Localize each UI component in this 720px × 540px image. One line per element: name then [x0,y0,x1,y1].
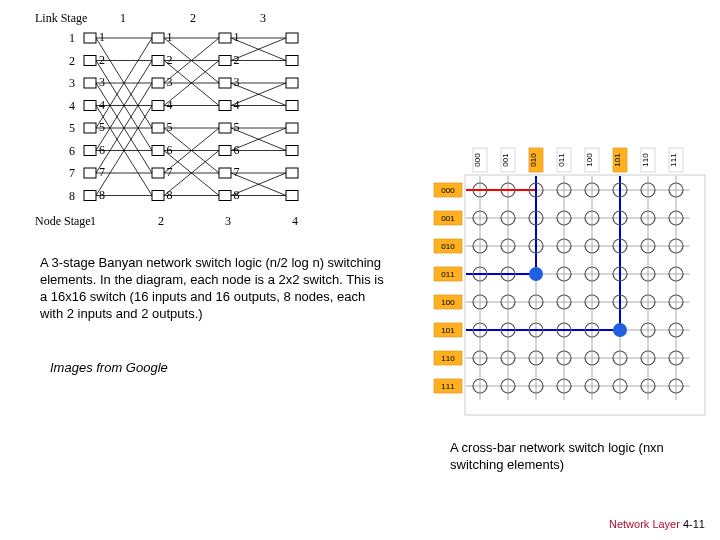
svg-text:4: 4 [69,99,75,113]
svg-rect-27 [219,101,231,111]
svg-rect-34 [286,78,298,88]
svg-text:2: 2 [99,53,105,67]
svg-rect-18 [152,78,164,88]
row-label: 110 [441,354,455,363]
svg-text:2: 2 [69,54,75,68]
svg-rect-20 [152,123,164,133]
svg-text:8: 8 [69,189,75,203]
node-stage-2: 2 [158,214,164,228]
row-label: 111 [441,382,455,391]
svg-rect-23 [152,191,164,201]
svg-rect-25 [219,56,231,66]
crossbar-caption: A cross-bar network switch logic (nxn sw… [450,440,710,474]
svg-rect-26 [219,78,231,88]
svg-rect-11 [84,101,96,111]
svg-rect-10 [84,78,96,88]
svg-text:5: 5 [234,120,240,134]
svg-rect-39 [286,191,298,201]
banyan-caption: A 3-stage Banyan network switch logic (n… [40,255,390,323]
svg-text:7: 7 [234,165,240,179]
svg-rect-15 [84,191,96,201]
svg-rect-33 [286,56,298,66]
svg-text:3: 3 [99,75,105,89]
svg-rect-35 [286,101,298,111]
svg-rect-12 [84,123,96,133]
svg-rect-28 [219,123,231,133]
svg-rect-8 [84,33,96,43]
node-stage-1: 1 [90,214,96,228]
col-header: 110 [641,153,650,167]
svg-text:4: 4 [99,98,105,112]
svg-rect-32 [286,33,298,43]
svg-text:1: 1 [69,31,75,45]
svg-rect-37 [286,146,298,156]
svg-rect-14 [84,168,96,178]
col-header: 100 [585,153,594,167]
svg-text:1: 1 [167,30,173,44]
row-label: 101 [441,326,455,335]
col-header: 111 [669,153,678,167]
row-label: 001 [441,214,455,223]
svg-rect-17 [152,56,164,66]
svg-rect-36 [286,123,298,133]
banyan-diagram: Link Stage 1 2 3 12345678123456781234567… [30,10,320,230]
svg-text:3: 3 [234,75,240,89]
link-stage-1: 1 [120,11,126,25]
svg-rect-112 [465,175,705,415]
svg-point-133 [529,267,543,281]
svg-rect-21 [152,146,164,156]
row-label: 010 [441,242,455,251]
svg-rect-24 [219,33,231,43]
svg-rect-16 [152,33,164,43]
svg-rect-13 [84,146,96,156]
svg-point-136 [613,323,627,337]
svg-text:3: 3 [69,76,75,90]
col-header: 011 [557,153,566,167]
svg-text:5: 5 [167,120,173,134]
svg-text:2: 2 [167,53,173,67]
crossbar-diagram: 0000010100111001011101110000010100111001… [430,140,710,420]
col-header: 010 [529,153,538,167]
slide-footer: Network Layer 4-11 [609,518,705,530]
svg-text:7: 7 [69,166,75,180]
link-stage-3: 3 [260,11,266,25]
svg-text:1: 1 [99,30,105,44]
svg-text:6: 6 [69,144,75,158]
svg-text:6: 6 [167,143,173,157]
footer-page: 4-11 [683,518,705,530]
node-stage-label: Node Stage [35,214,91,228]
svg-rect-31 [219,191,231,201]
node-stage-4: 4 [292,214,298,228]
col-header: 101 [613,153,622,167]
row-label: 100 [441,298,455,307]
svg-rect-9 [84,56,96,66]
link-stage-2: 2 [190,11,196,25]
svg-text:5: 5 [69,121,75,135]
svg-rect-29 [219,146,231,156]
svg-rect-30 [219,168,231,178]
col-header: 001 [501,153,510,167]
svg-rect-22 [152,168,164,178]
source-caption: Images from Google [50,360,168,375]
svg-text:1: 1 [234,30,240,44]
svg-rect-38 [286,168,298,178]
link-stage-label: Link Stage [35,11,87,25]
row-label: 011 [441,270,455,279]
node-stage-3: 3 [225,214,231,228]
svg-rect-19 [152,101,164,111]
row-label: 000 [441,186,455,195]
footer-label: Network Layer [609,518,680,530]
col-header: 000 [473,153,482,167]
